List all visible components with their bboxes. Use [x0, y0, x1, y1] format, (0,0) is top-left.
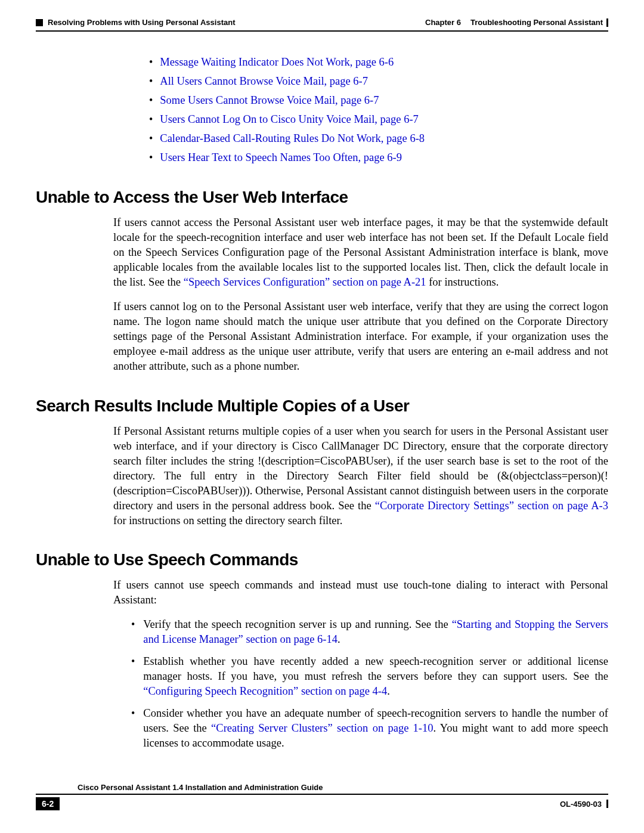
- header-rule: [36, 30, 608, 32]
- square-icon: [36, 19, 43, 26]
- bullet-icon: •: [149, 151, 153, 163]
- section-heading: Unable to Use Speech Commands: [36, 550, 608, 569]
- xref-link[interactable]: Some Users Cannot Browse Voice Mail, pag…: [160, 94, 379, 107]
- footer-rule: [36, 794, 608, 795]
- body-paragraph: If users cannot use speech commands and …: [113, 578, 608, 608]
- page-number-badge: 6-2: [36, 797, 60, 810]
- list-item-text: Establish whether you have recently adde…: [143, 655, 608, 682]
- header-chapter-title: Troubleshooting Personal Assistant: [470, 18, 603, 27]
- body-paragraph: If users cannot access the Personal Assi…: [113, 215, 608, 290]
- inline-xref-link[interactable]: “Speech Services Configuration” section …: [184, 276, 426, 288]
- paragraph-text: for instructions on setting the director…: [113, 515, 342, 527]
- list-item: • Establish whether you have recently ad…: [131, 654, 608, 699]
- bullet-icon: •: [149, 75, 153, 86]
- body-bullet-list: • Verify that the speech recognition ser…: [131, 617, 608, 751]
- section-heading: Unable to Access the User Web Interface: [36, 188, 608, 207]
- list-item-text: .: [338, 633, 340, 645]
- inline-xref-link[interactable]: “Configuring Speech Recognition” section…: [143, 685, 387, 697]
- vertical-bar-icon: [606, 800, 608, 808]
- section-heading: Search Results Include Multiple Copies o…: [36, 397, 608, 416]
- bullet-icon: •: [131, 618, 135, 630]
- header-chapter-label: Chapter 6: [425, 18, 461, 27]
- bullet-icon: •: [131, 707, 135, 719]
- bullet-icon: •: [131, 655, 135, 667]
- list-item: • Consider whether you have an adequate …: [131, 706, 608, 751]
- page-header: Resolving Problems with Using Personal A…: [36, 18, 608, 27]
- list-item-text: Verify that the speech recognition serve…: [143, 618, 451, 630]
- xref-link[interactable]: All Users Cannot Browse Voice Mail, page…: [160, 75, 368, 88]
- paragraph-text: for instructions.: [426, 276, 499, 288]
- xref-link[interactable]: Users Cannot Log On to Cisco Unity Voice…: [160, 113, 419, 126]
- page-footer: Cisco Personal Assistant 1.4 Installatio…: [36, 783, 608, 810]
- inline-xref-link[interactable]: “Creating Server Clusters” section on pa…: [211, 722, 433, 734]
- bullet-icon: •: [149, 113, 153, 125]
- xref-link[interactable]: Message Waiting Indicator Does Not Work,…: [160, 56, 394, 69]
- vertical-bar-icon: [606, 18, 608, 27]
- list-item-text: .: [387, 685, 390, 697]
- inline-xref-link[interactable]: “Corporate Directory Settings” section o…: [375, 500, 608, 512]
- header-section-path: Resolving Problems with Using Personal A…: [48, 18, 235, 27]
- bullet-icon: •: [149, 132, 153, 144]
- footer-doc-id: OL-4590-03: [560, 800, 602, 809]
- bullet-icon: •: [149, 94, 153, 106]
- cross-reference-list: •Message Waiting Indicator Does Not Work…: [149, 55, 608, 164]
- body-paragraph: If Personal Assistant returns multiple c…: [113, 424, 608, 528]
- xref-link[interactable]: Calendar-Based Call-Routing Rules Do Not…: [160, 132, 425, 145]
- bullet-icon: •: [149, 55, 153, 67]
- paragraph-text: If Personal Assistant returns multiple c…: [113, 425, 608, 512]
- xref-link[interactable]: Users Hear Text to Speech Names Too Ofte…: [160, 151, 402, 164]
- footer-guide-title: Cisco Personal Assistant 1.4 Installatio…: [78, 783, 608, 792]
- body-paragraph: If users cannot log on to the Personal A…: [113, 299, 608, 374]
- list-item: • Verify that the speech recognition ser…: [131, 617, 608, 647]
